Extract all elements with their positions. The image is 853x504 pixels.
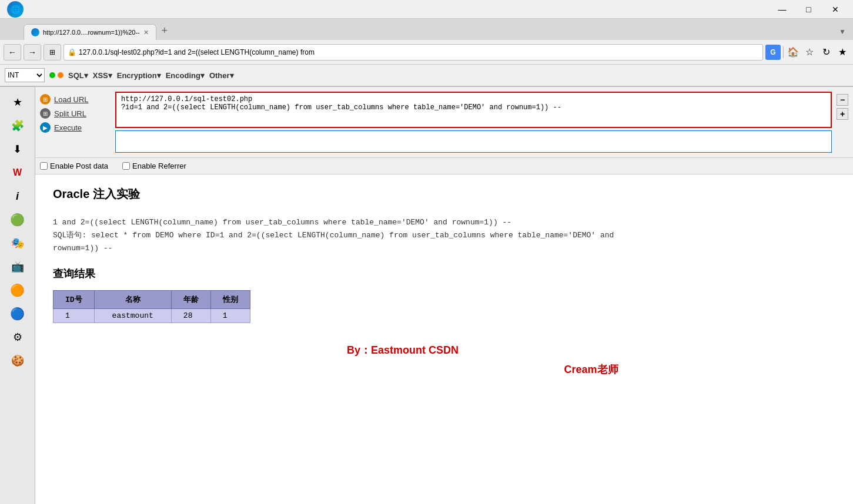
attribution-line2: Cream老师 xyxy=(347,360,835,379)
table-cell-age: 28 xyxy=(171,309,210,323)
post-data-checkbox-label[interactable]: Enable Post data xyxy=(40,162,108,170)
sidebar-screen-icon[interactable]: 📺 xyxy=(7,256,28,277)
sidebar-orange-icon[interactable]: 🟠 xyxy=(7,280,28,301)
attribution: By：Eastmount CSDN Cream老师 xyxy=(347,341,835,379)
google-icon[interactable]: G xyxy=(765,45,781,60)
maximize-button[interactable]: □ xyxy=(795,1,822,18)
new-tab-button[interactable]: + xyxy=(156,22,173,39)
url-secondary-input[interactable] xyxy=(115,130,832,153)
url-primary-input[interactable]: http://127.0.0.1/sql-test02.php ?id=1 an… xyxy=(115,92,832,128)
sql-line-1: 1 and 2=((select LENGTH(column_name) fro… xyxy=(53,216,835,229)
page-title: Oracle 注入实验 xyxy=(53,186,835,202)
table-cell-gender: 1 xyxy=(210,309,250,323)
referrer-checkbox[interactable] xyxy=(122,162,130,170)
post-data-label: Enable Post data xyxy=(50,162,108,170)
hackbar-encryption-menu[interactable]: Encryption▾ xyxy=(117,71,161,80)
hackbar-select[interactable]: INT STRING xyxy=(5,68,45,82)
sidebar-blue-icon[interactable]: 🔵 xyxy=(7,303,28,324)
referrer-label: Enable Referrer xyxy=(132,162,186,170)
sidebar-theater-icon[interactable]: 🎭 xyxy=(7,233,28,254)
toolbar-icon-2[interactable]: ☆ xyxy=(802,45,817,59)
minimize-button[interactable]: — xyxy=(769,1,795,18)
sidebar: ★ 🧩 ⬇ W i 🟢 🎭 📺 🟠 🔵 ⚙ 🍪 xyxy=(0,87,35,504)
toolbar-separator xyxy=(783,46,784,58)
split-url-label: Split URL xyxy=(54,109,86,118)
browser-tab[interactable]: http://127.0.0....rownum=1))%20-- ✕ xyxy=(24,24,156,40)
sql-line-3: rownum=1)) -- xyxy=(53,242,835,255)
settings-button[interactable]: ★ xyxy=(835,45,849,59)
hackbar-xss-menu[interactable]: XSS▾ xyxy=(93,71,112,80)
attribution-line1: By：Eastmount CSDN xyxy=(347,341,835,359)
address-input[interactable] xyxy=(79,48,759,56)
execute-label: Execute xyxy=(54,123,82,132)
plus-button[interactable]: + xyxy=(837,108,848,120)
table-cell-name: eastmount xyxy=(94,309,171,323)
post-data-checkbox[interactable] xyxy=(40,162,48,170)
table-row: 1 eastmount 28 1 xyxy=(53,309,250,323)
referrer-checkbox-label[interactable]: Enable Referrer xyxy=(122,162,186,170)
page-content: Oracle 注入实验 1 and 2=((select LENGTH(colu… xyxy=(35,174,853,504)
query-result-title: 查询结果 xyxy=(53,267,835,281)
load-url-button[interactable]: ⊞ Load URL xyxy=(40,94,111,105)
table-header-gender: 性别 xyxy=(210,291,250,309)
split-url-icon: ⊞ xyxy=(40,108,51,119)
sql-code-block: 1 and 2=((select LENGTH(column_name) fro… xyxy=(53,216,835,255)
tab-down-button[interactable]: ▼ xyxy=(837,26,848,38)
hackbar-encoding-menu[interactable]: Encoding▾ xyxy=(166,71,205,80)
load-url-label: Load URL xyxy=(54,95,89,104)
table-header-id: ID号 xyxy=(53,291,95,309)
window-controls: — □ ✕ xyxy=(769,1,848,18)
forward-button[interactable]: → xyxy=(24,44,41,61)
hackbar-indicators xyxy=(49,72,63,78)
sidebar-gear-icon[interactable]: ⚙ xyxy=(7,327,28,348)
tab-label: http://127.0.0....rownum=1))%20-- xyxy=(43,29,140,36)
table-header-age: 年龄 xyxy=(171,291,210,309)
table-header-name: 名称 xyxy=(94,291,171,309)
browser-logo: 🌐 xyxy=(7,1,24,18)
sidebar-star-icon[interactable]: ★ xyxy=(7,92,28,113)
sidebar-w-icon[interactable]: W xyxy=(7,162,28,183)
grid-button[interactable]: ⊞ xyxy=(44,44,61,61)
close-button[interactable]: ✕ xyxy=(822,1,848,18)
hackbar-other-menu[interactable]: Other▾ xyxy=(209,71,234,80)
sidebar-green-icon[interactable]: 🟢 xyxy=(7,209,28,230)
sql-line-2: SQL语句: select * from DEMO where ID=1 and… xyxy=(53,229,835,242)
toolbar-icon-1[interactable]: 🏠 xyxy=(786,45,800,59)
lock-icon: 🔒 xyxy=(68,48,76,56)
favicon xyxy=(31,28,39,36)
tab-close-icon[interactable]: ✕ xyxy=(143,29,149,36)
sidebar-puzzle-icon[interactable]: 🧩 xyxy=(7,115,28,136)
back-button[interactable]: ← xyxy=(4,44,21,61)
load-url-icon: ⊞ xyxy=(40,94,51,105)
minus-button[interactable]: − xyxy=(837,94,848,106)
table-cell-id: 1 xyxy=(53,309,95,323)
execute-icon: ▶ xyxy=(40,122,51,133)
sidebar-info-icon[interactable]: i xyxy=(7,186,28,207)
result-table: ID号 名称 年龄 性别 1 eastmount 28 1 xyxy=(53,290,250,323)
execute-button[interactable]: ▶ Execute xyxy=(40,122,111,133)
split-url-button[interactable]: ⊞ Split URL xyxy=(40,108,111,119)
sidebar-cookie-icon[interactable]: 🍪 xyxy=(7,350,28,371)
sidebar-download-icon[interactable]: ⬇ xyxy=(7,139,28,160)
hackbar-sql-menu[interactable]: SQL▾ xyxy=(68,71,88,80)
refresh-button[interactable]: ↻ xyxy=(819,45,833,59)
